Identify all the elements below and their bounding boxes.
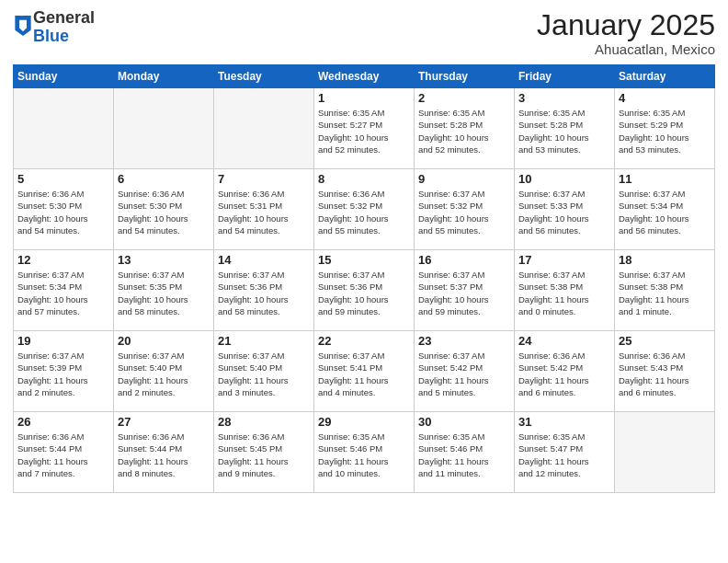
cell-info: Sunrise: 6:37 AMSunset: 5:38 PMDaylight:… xyxy=(619,269,711,317)
day-number: 9 xyxy=(418,172,510,186)
cell-info: Sunrise: 6:37 AMSunset: 5:38 PMDaylight:… xyxy=(518,269,610,317)
day-number: 6 xyxy=(118,172,210,186)
cell-info: Sunrise: 6:37 AMSunset: 5:42 PMDaylight:… xyxy=(418,350,510,398)
cell-info: Sunrise: 6:36 AMSunset: 5:43 PMDaylight:… xyxy=(619,350,711,398)
cell-info: Sunrise: 6:37 AMSunset: 5:35 PMDaylight:… xyxy=(118,269,210,317)
calendar-container: General Blue January 2025 Ahuacatlan, Me… xyxy=(0,0,728,499)
cal-cell: 26Sunrise: 6:36 AMSunset: 5:44 PMDayligh… xyxy=(14,412,114,493)
day-header-wednesday: Wednesday xyxy=(314,65,415,88)
week-row-4: 19Sunrise: 6:37 AMSunset: 5:39 PMDayligh… xyxy=(14,331,715,412)
day-number: 20 xyxy=(118,334,210,348)
cal-cell: 2Sunrise: 6:35 AMSunset: 5:28 PMDaylight… xyxy=(415,88,515,169)
week-row-1: 1Sunrise: 6:35 AMSunset: 5:27 PMDaylight… xyxy=(14,88,715,169)
day-number: 22 xyxy=(318,334,410,348)
day-header-tuesday: Tuesday xyxy=(214,65,314,88)
cal-cell: 25Sunrise: 6:36 AMSunset: 5:43 PMDayligh… xyxy=(615,331,715,412)
day-number: 31 xyxy=(518,415,610,429)
cal-cell: 3Sunrise: 6:35 AMSunset: 5:28 PMDaylight… xyxy=(515,88,615,169)
cal-cell xyxy=(14,88,114,169)
cell-info: Sunrise: 6:35 AMSunset: 5:29 PMDaylight:… xyxy=(619,107,711,155)
cell-info: Sunrise: 6:35 AMSunset: 5:27 PMDaylight:… xyxy=(318,107,410,155)
title-block: January 2025 Ahuacatlan, Mexico xyxy=(537,9,715,57)
cell-info: Sunrise: 6:36 AMSunset: 5:32 PMDaylight:… xyxy=(318,188,410,236)
cal-cell: 20Sunrise: 6:37 AMSunset: 5:40 PMDayligh… xyxy=(114,331,214,412)
cell-info: Sunrise: 6:35 AMSunset: 5:46 PMDaylight:… xyxy=(318,431,410,479)
cal-cell xyxy=(615,412,715,493)
day-number: 1 xyxy=(318,91,410,105)
cell-info: Sunrise: 6:37 AMSunset: 5:37 PMDaylight:… xyxy=(418,269,510,317)
cell-info: Sunrise: 6:37 AMSunset: 5:39 PMDaylight:… xyxy=(17,350,109,398)
day-number: 17 xyxy=(518,253,610,267)
cal-cell: 31Sunrise: 6:35 AMSunset: 5:47 PMDayligh… xyxy=(515,412,615,493)
cal-cell: 14Sunrise: 6:37 AMSunset: 5:36 PMDayligh… xyxy=(214,250,314,331)
cal-cell: 16Sunrise: 6:37 AMSunset: 5:37 PMDayligh… xyxy=(415,250,515,331)
day-number: 19 xyxy=(17,334,109,348)
cell-info: Sunrise: 6:36 AMSunset: 5:44 PMDaylight:… xyxy=(17,431,109,479)
cell-info: Sunrise: 6:37 AMSunset: 5:33 PMDaylight:… xyxy=(518,188,610,236)
day-number: 3 xyxy=(518,91,610,105)
week-row-3: 12Sunrise: 6:37 AMSunset: 5:34 PMDayligh… xyxy=(14,250,715,331)
cell-info: Sunrise: 6:37 AMSunset: 5:34 PMDaylight:… xyxy=(17,269,109,317)
cell-info: Sunrise: 6:36 AMSunset: 5:42 PMDaylight:… xyxy=(518,350,610,398)
cell-info: Sunrise: 6:35 AMSunset: 5:47 PMDaylight:… xyxy=(518,431,610,479)
cell-info: Sunrise: 6:35 AMSunset: 5:28 PMDaylight:… xyxy=(418,107,510,155)
week-row-5: 26Sunrise: 6:36 AMSunset: 5:44 PMDayligh… xyxy=(14,412,715,493)
day-header-thursday: Thursday xyxy=(415,65,515,88)
day-header-saturday: Saturday xyxy=(615,65,715,88)
cell-info: Sunrise: 6:37 AMSunset: 5:36 PMDaylight:… xyxy=(218,269,310,317)
cell-info: Sunrise: 6:36 AMSunset: 5:44 PMDaylight:… xyxy=(118,431,210,479)
cal-cell: 17Sunrise: 6:37 AMSunset: 5:38 PMDayligh… xyxy=(515,250,615,331)
cal-cell: 8Sunrise: 6:36 AMSunset: 5:32 PMDaylight… xyxy=(314,169,415,250)
day-number: 7 xyxy=(218,172,310,186)
cal-cell: 28Sunrise: 6:36 AMSunset: 5:45 PMDayligh… xyxy=(214,412,314,493)
day-header-friday: Friday xyxy=(515,65,615,88)
cell-info: Sunrise: 6:37 AMSunset: 5:40 PMDaylight:… xyxy=(218,350,310,398)
month-title: January 2025 xyxy=(537,9,715,41)
week-row-2: 5Sunrise: 6:36 AMSunset: 5:30 PMDaylight… xyxy=(14,169,715,250)
day-number: 10 xyxy=(518,172,610,186)
day-number: 2 xyxy=(418,91,510,105)
location: Ahuacatlan, Mexico xyxy=(537,41,715,57)
day-number: 16 xyxy=(418,253,510,267)
day-number: 4 xyxy=(619,91,711,105)
cal-cell: 30Sunrise: 6:35 AMSunset: 5:46 PMDayligh… xyxy=(415,412,515,493)
cal-cell: 11Sunrise: 6:37 AMSunset: 5:34 PMDayligh… xyxy=(615,169,715,250)
logo: General Blue xyxy=(13,9,95,46)
cell-info: Sunrise: 6:37 AMSunset: 5:41 PMDaylight:… xyxy=(318,350,410,398)
day-number: 23 xyxy=(418,334,510,348)
day-number: 27 xyxy=(118,415,210,429)
cal-cell: 12Sunrise: 6:37 AMSunset: 5:34 PMDayligh… xyxy=(14,250,114,331)
day-number: 24 xyxy=(518,334,610,348)
day-number: 14 xyxy=(218,253,310,267)
day-number: 26 xyxy=(17,415,109,429)
cell-info: Sunrise: 6:36 AMSunset: 5:30 PMDaylight:… xyxy=(118,188,210,236)
cal-cell: 22Sunrise: 6:37 AMSunset: 5:41 PMDayligh… xyxy=(314,331,415,412)
day-number: 11 xyxy=(619,172,711,186)
cell-info: Sunrise: 6:35 AMSunset: 5:28 PMDaylight:… xyxy=(518,107,610,155)
day-number: 28 xyxy=(218,415,310,429)
cal-cell: 7Sunrise: 6:36 AMSunset: 5:31 PMDaylight… xyxy=(214,169,314,250)
cal-cell: 6Sunrise: 6:36 AMSunset: 5:30 PMDaylight… xyxy=(114,169,214,250)
cal-cell: 13Sunrise: 6:37 AMSunset: 5:35 PMDayligh… xyxy=(114,250,214,331)
cell-info: Sunrise: 6:37 AMSunset: 5:36 PMDaylight:… xyxy=(318,269,410,317)
day-number: 15 xyxy=(318,253,410,267)
cal-cell: 19Sunrise: 6:37 AMSunset: 5:39 PMDayligh… xyxy=(14,331,114,412)
day-number: 18 xyxy=(619,253,711,267)
cal-cell: 24Sunrise: 6:36 AMSunset: 5:42 PMDayligh… xyxy=(515,331,615,412)
cell-info: Sunrise: 6:36 AMSunset: 5:30 PMDaylight:… xyxy=(17,188,109,236)
cell-info: Sunrise: 6:36 AMSunset: 5:45 PMDaylight:… xyxy=(218,431,310,479)
day-number: 29 xyxy=(318,415,410,429)
day-number: 5 xyxy=(17,172,109,186)
cell-info: Sunrise: 6:36 AMSunset: 5:31 PMDaylight:… xyxy=(218,188,310,236)
day-number: 8 xyxy=(318,172,410,186)
day-number: 30 xyxy=(418,415,510,429)
logo-general-text: General xyxy=(33,8,95,27)
calendar-table: SundayMondayTuesdayWednesdayThursdayFrid… xyxy=(13,64,715,493)
cal-cell: 21Sunrise: 6:37 AMSunset: 5:40 PMDayligh… xyxy=(214,331,314,412)
cal-cell: 18Sunrise: 6:37 AMSunset: 5:38 PMDayligh… xyxy=(615,250,715,331)
cal-cell xyxy=(214,88,314,169)
day-number: 25 xyxy=(619,334,711,348)
logo-blue-text: Blue xyxy=(33,27,69,45)
cal-cell: 23Sunrise: 6:37 AMSunset: 5:42 PMDayligh… xyxy=(415,331,515,412)
cal-cell: 4Sunrise: 6:35 AMSunset: 5:29 PMDaylight… xyxy=(615,88,715,169)
